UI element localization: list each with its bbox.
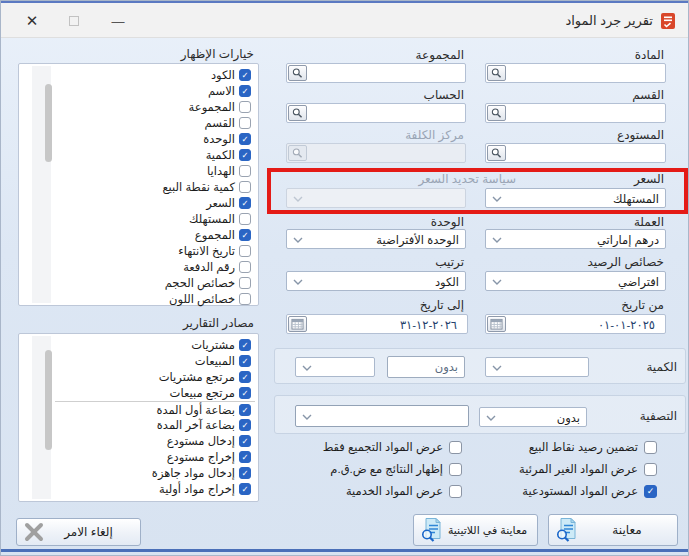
checkbox-checked-icon[interactable]: ✓ [239, 339, 251, 351]
material-field[interactable] [485, 63, 666, 83]
option-checkbox-item[interactable]: تضمين رصيد نقاط البيع [529, 440, 657, 454]
warehouse-search-icon[interactable] [487, 145, 506, 161]
checkbox-unchecked-icon[interactable] [239, 213, 251, 225]
scrollbar-thumb[interactable] [45, 84, 52, 162]
material-search-icon[interactable] [487, 65, 506, 81]
checkbox-unchecked-icon[interactable] [449, 485, 462, 498]
quantity-condition-select[interactable] [485, 357, 589, 377]
checkbox-unchecked-icon[interactable] [644, 441, 657, 454]
list-item[interactable]: ✓إدخال مواد جاهزة [55, 465, 255, 481]
checkbox-checked-icon[interactable]: ✓ [239, 69, 251, 81]
list-item[interactable]: الهدايا [55, 163, 255, 179]
warehouse-field[interactable] [485, 143, 666, 163]
quantity-group: الكمية بدون [274, 348, 686, 384]
checkbox-checked-icon[interactable]: ✓ [239, 483, 251, 495]
unit-select[interactable]: الوحدة الأفتراضية [286, 229, 466, 249]
checkbox-unchecked-icon[interactable] [239, 261, 251, 273]
list-item[interactable]: المجموعة [55, 99, 255, 115]
checkbox-checked-icon[interactable]: ✓ [239, 229, 251, 241]
list-item[interactable]: خصائص الحجم [55, 275, 255, 291]
report-sources-list[interactable]: ✓مشتريات✓المبيعات✓مرتجع مشتريات✓مرتجع مب… [18, 333, 259, 502]
checkbox-checked-icon[interactable]: ✓ [239, 149, 251, 161]
scrollbar-thumb[interactable] [45, 350, 52, 450]
checkbox-checked-icon[interactable]: ✓ [239, 451, 251, 463]
calendar-icon[interactable] [487, 316, 506, 332]
sort-select[interactable]: الكود [286, 271, 466, 291]
option-checkbox-item[interactable]: عرض المواد الخدمية [346, 484, 462, 498]
checkbox-unchecked-icon[interactable] [239, 101, 251, 113]
list-item[interactable]: ✓المبيعات [55, 353, 255, 369]
checkbox-unchecked-icon[interactable] [449, 441, 462, 454]
list-item[interactable]: ✓الكود [55, 67, 255, 83]
checkbox-unchecked-icon[interactable] [239, 165, 251, 177]
checkbox-checked-icon[interactable]: ✓ [239, 387, 251, 399]
checkbox-unchecked-icon[interactable] [239, 277, 251, 289]
checkbox-checked-icon[interactable]: ✓ [239, 197, 251, 209]
checkbox-checked-icon[interactable]: ✓ [239, 435, 251, 447]
list-item[interactable]: خصائص اللون [55, 291, 255, 307]
to-date-field[interactable]: ٢٠٢٦-١٢-٣١ [286, 314, 468, 334]
option-checkbox-item[interactable]: إظهار النتائج مع ض.ق.م [330, 462, 462, 476]
department-search-icon[interactable] [487, 105, 506, 121]
list-item[interactable]: ✓مرتجع مبيعات [55, 385, 255, 401]
list-item[interactable]: القسم [55, 115, 255, 131]
checkbox-checked-icon[interactable]: ✓ [239, 371, 251, 383]
price-select[interactable]: المستهلك [485, 188, 666, 208]
checkbox-checked-icon[interactable]: ✓ [239, 404, 251, 416]
list-item[interactable]: ✓الوحدة [55, 131, 255, 147]
filter-mode-select[interactable]: بدون [479, 407, 587, 427]
account-field[interactable] [286, 103, 466, 123]
checkbox-checked-icon[interactable]: ✓ [239, 133, 251, 145]
checkbox-unchecked-icon[interactable] [644, 463, 657, 476]
maximize-button[interactable] [61, 9, 87, 33]
preview-latin-button[interactable]: معاينة في اللاتينية [413, 514, 538, 546]
list-item[interactable]: ✓المجموع [55, 227, 255, 243]
filter-value-select[interactable] [295, 405, 469, 427]
checkbox-checked-icon[interactable]: ✓ [239, 355, 251, 367]
list-item-label: الكمية [206, 148, 235, 162]
group-search-icon[interactable] [288, 65, 307, 81]
checkbox-unchecked-icon[interactable] [239, 117, 251, 129]
cancel-button[interactable]: إلغاء الامر [16, 518, 141, 546]
checkbox-unchecked-icon[interactable] [239, 293, 251, 305]
list-item[interactable]: ✓الاسم [55, 83, 255, 99]
checkbox-checked-icon[interactable]: ✓ [644, 485, 657, 498]
list-item[interactable]: ✓إخراج مستودع [55, 449, 255, 465]
list-item[interactable]: ✓بضاعة أول المدة [55, 401, 255, 417]
checkbox-unchecked-icon[interactable] [449, 463, 462, 476]
list-item[interactable]: ✓الكمية [55, 147, 255, 163]
account-search-icon[interactable] [288, 105, 307, 121]
currency-select[interactable]: درهم إماراتي [485, 229, 666, 249]
list-item[interactable]: تاريخ الانتهاء [55, 243, 255, 259]
close-button[interactable]: ✕ [19, 9, 45, 33]
list-item[interactable]: ✓السعر [55, 195, 255, 211]
from-date-field[interactable]: ٢٠٢٥-٠١-٠١ [485, 314, 666, 334]
checkbox-unchecked-icon[interactable] [239, 181, 251, 193]
checkbox-checked-icon[interactable]: ✓ [239, 467, 251, 479]
list-item-label: مرتجع مبيعات [170, 386, 235, 400]
group-field[interactable] [286, 63, 466, 83]
list-item[interactable]: ✓مرتجع مشتريات [55, 369, 255, 385]
list-item[interactable]: كمية نقطة البيع [55, 179, 255, 195]
list-item[interactable]: رقم الدفعة [55, 259, 255, 275]
option-checkbox-item[interactable]: عرض المواد الغير المرئية [519, 462, 657, 476]
quantity-extra-select[interactable] [295, 357, 375, 377]
minimize-button[interactable]: — [105, 9, 131, 33]
list-item[interactable]: المستهلك [55, 211, 255, 227]
checkbox-checked-icon[interactable]: ✓ [239, 85, 251, 97]
option-checkbox-item[interactable]: عرض المواد التجميع فقط [323, 440, 462, 454]
option-checkbox-label: عرض المواد التجميع فقط [323, 440, 443, 454]
checkbox-unchecked-icon[interactable] [239, 245, 251, 257]
display-options-list[interactable]: ✓الكود✓الاسمالمجموعةالقسم✓الوحدة✓الكميةا… [18, 63, 259, 306]
checkbox-checked-icon[interactable]: ✓ [239, 419, 251, 431]
calendar-icon[interactable] [288, 316, 307, 332]
quantity-value-box[interactable]: بدون [387, 356, 465, 378]
option-checkbox-item[interactable]: ✓عرض المواد المستودعية [522, 484, 657, 498]
list-item[interactable]: ✓مشتريات [55, 337, 255, 353]
list-item[interactable]: ✓إدخال مستودع [55, 433, 255, 449]
department-field[interactable] [485, 103, 666, 123]
list-item[interactable]: ✓إخراج مواد أولية [55, 481, 255, 497]
balance-props-select[interactable]: افتراضي [485, 271, 666, 291]
list-item[interactable]: ✓بضاعة آخر المدة [55, 417, 255, 433]
preview-button[interactable]: معاينة [548, 514, 678, 546]
